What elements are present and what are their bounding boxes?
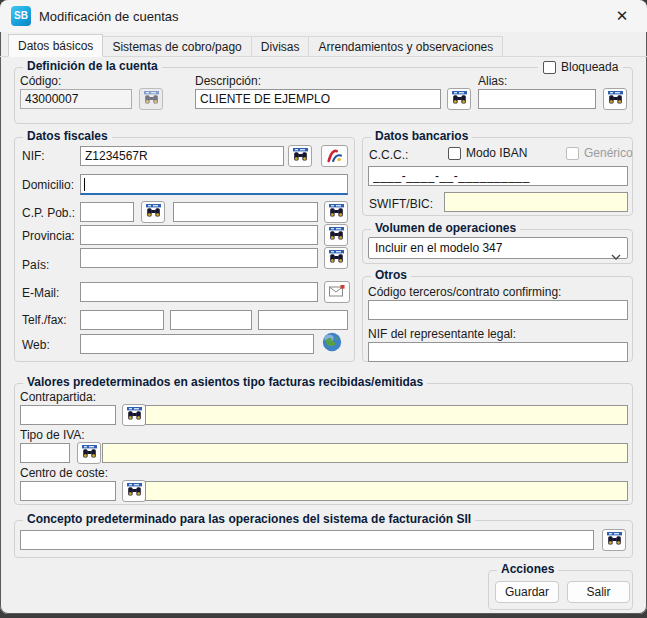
bloqueada-checkbox[interactable]: [543, 61, 556, 74]
chevron-down-icon: [611, 246, 621, 266]
cp-pob-label: C.P. Pob.:: [22, 206, 75, 220]
ccc-label: C.C.C.:: [369, 148, 408, 162]
web-label: Web:: [22, 338, 50, 352]
search-icon: [608, 91, 623, 107]
contrapartida-label: Contrapartida:: [20, 390, 96, 404]
close-icon[interactable]: ✕: [610, 5, 634, 27]
window-title: Modificación de cuentas: [39, 9, 178, 24]
pais-field[interactable]: [80, 248, 318, 268]
guardar-button[interactable]: Guardar: [495, 581, 559, 603]
tab-arrendamientos[interactable]: Arrendamientos y observaciones: [308, 36, 503, 56]
alias-field[interactable]: [478, 89, 596, 109]
search-icon: [144, 91, 159, 107]
tipo-iva-field[interactable]: [20, 443, 70, 463]
volumen-select[interactable]: Incluir en el modelo 347: [368, 237, 628, 259]
concepto-sii-search-button[interactable]: [602, 529, 626, 551]
email-label: E-Mail:: [22, 286, 59, 300]
tab-divisas[interactable]: Divisas: [251, 36, 310, 56]
swift-bic-field[interactable]: [444, 192, 628, 212]
group-title-datos-bancarios: Datos bancarios: [371, 129, 472, 143]
nif-field[interactable]: [80, 146, 284, 166]
contrapartida-search-button[interactable]: [122, 404, 146, 426]
cp-search-button[interactable]: [141, 201, 165, 223]
tab-sistemas-cobro-pago[interactable]: Sistemas de cobro/pago: [102, 36, 251, 56]
alias-search-button[interactable]: [603, 88, 627, 110]
provincia-field[interactable]: [80, 225, 318, 245]
search-icon: [329, 204, 344, 220]
nif-label: NIF:: [22, 149, 45, 163]
app-icon: SB: [11, 6, 31, 26]
telefono2-field[interactable]: [170, 310, 252, 330]
modo-iban-checkbox-row: Modo IBAN: [443, 146, 532, 160]
aeat-icon: [326, 147, 343, 166]
descripcion-label: Descripción:: [195, 74, 261, 88]
swift-bic-label: SWIFT/BIC:: [369, 197, 433, 211]
generico-label: Genérico: [584, 146, 633, 160]
codigo-search-button: [139, 88, 163, 110]
centro-coste-descripcion-field: [145, 481, 628, 501]
centro-coste-field[interactable]: [20, 481, 116, 501]
generico-checkbox-row: Genérico: [561, 146, 638, 160]
ccc-field[interactable]: [368, 166, 628, 186]
provincia-label: Provincia:: [22, 229, 75, 243]
group-title-acciones: Acciones: [497, 562, 558, 576]
nif-representante-label: NIF del representante legal:: [368, 327, 516, 341]
fax-field[interactable]: [258, 310, 348, 330]
descripcion-field[interactable]: [195, 89, 441, 109]
volumen-selected-value: Incluir en el modelo 347: [375, 241, 502, 255]
search-icon: [329, 227, 344, 243]
provincia-search-button[interactable]: [324, 224, 348, 246]
pais-label: País:: [22, 258, 49, 272]
contrapartida-field[interactable]: [20, 405, 116, 425]
group-title-volumen: Volumen de operaciones: [371, 221, 520, 235]
alias-label: Alias:: [478, 74, 507, 88]
pais-search-button[interactable]: [324, 247, 348, 269]
bloqueada-label: Bloqueada: [561, 60, 618, 74]
group-title-otros: Otros: [371, 268, 411, 282]
poblacion-field[interactable]: [173, 202, 318, 222]
title-bar[interactable]: SB Modificación de cuentas ✕: [0, 0, 647, 32]
modo-iban-label: Modo IBAN: [466, 146, 527, 160]
modo-iban-checkbox[interactable]: [448, 147, 461, 160]
tipo-iva-search-button[interactable]: [77, 442, 101, 464]
tipo-iva-descripcion-field: [102, 443, 628, 463]
telefono1-field[interactable]: [80, 310, 164, 330]
tab-datos-basicos[interactable]: Datos básicos: [8, 34, 103, 57]
cp-field[interactable]: [80, 202, 134, 222]
open-web-button[interactable]: [320, 331, 344, 355]
group-title-datos-fiscales: Datos fiscales: [23, 129, 112, 143]
group-title-definicion: Definición de la cuenta: [23, 59, 162, 73]
concepto-sii-field[interactable]: [20, 530, 594, 550]
aeat-validate-button[interactable]: [321, 145, 348, 167]
web-field[interactable]: [80, 334, 314, 354]
search-icon: [452, 91, 467, 107]
salir-button[interactable]: Salir: [567, 581, 630, 603]
tipo-iva-label: Tipo de IVA:: [20, 428, 85, 442]
domicilio-field[interactable]: [80, 174, 348, 195]
codigo-terceros-label: Código terceros/contrato confirming:: [368, 285, 561, 299]
codigo-field: [20, 89, 132, 109]
centro-coste-search-button[interactable]: [122, 480, 146, 502]
bloqueada-checkbox-row: Bloqueada: [538, 60, 623, 74]
search-icon: [127, 483, 142, 499]
group-title-concepto-sii: Concepto predeterminado para las operaci…: [23, 512, 475, 526]
nif-search-button[interactable]: [288, 145, 312, 167]
search-icon: [82, 445, 97, 461]
search-icon: [293, 148, 308, 164]
telf-fax-label: Telf./fax:: [22, 313, 67, 327]
send-email-button[interactable]: [324, 281, 350, 303]
centro-coste-label: Centro de coste:: [20, 466, 108, 480]
codigo-terceros-field[interactable]: [368, 300, 628, 320]
search-icon: [146, 204, 161, 220]
codigo-label: Código:: [20, 74, 61, 88]
search-icon: [127, 407, 142, 423]
dialog-modificacion-de-cuentas: SB Modificación de cuentas ✕ Datos básic…: [0, 0, 647, 614]
globe-icon: [322, 332, 342, 355]
email-field[interactable]: [80, 282, 318, 302]
text-caret: [84, 178, 85, 191]
poblacion-search-button[interactable]: [324, 201, 348, 223]
generico-checkbox: [566, 147, 579, 160]
nif-representante-field[interactable]: [368, 342, 628, 362]
descripcion-search-button[interactable]: [447, 88, 471, 110]
group-title-valores: Valores predeterminados en asientos tipo…: [23, 375, 427, 389]
